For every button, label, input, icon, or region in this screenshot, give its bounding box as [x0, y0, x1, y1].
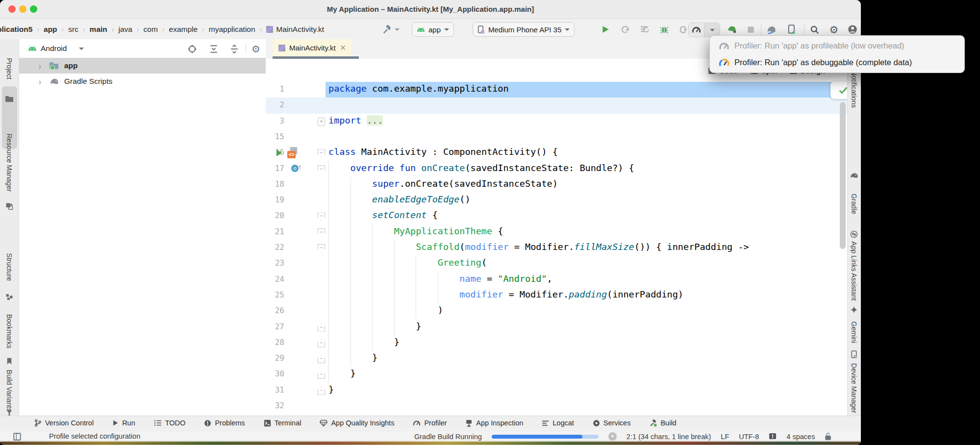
fold-marker-icon[interactable]: −	[318, 387, 325, 395]
fold-marker-icon[interactable]: −	[318, 165, 325, 173]
project-view-selector[interactable]: Android	[41, 44, 67, 53]
indent-setting[interactable]: 4 spaces	[786, 433, 815, 441]
stripe-item-structure[interactable]: Structure	[5, 253, 13, 281]
fold-marker-icon[interactable]: −	[318, 371, 325, 379]
toolwindow-logcat[interactable]: Logcat	[542, 419, 574, 427]
stripe-item-device-manager[interactable]: Device Manager	[850, 363, 858, 413]
toolwindow-app-quality-insights[interactable]: App Quality Insights	[320, 419, 394, 427]
toolwindow-label: Logcat	[553, 419, 574, 427]
editor-scrollbar-thumb[interactable]	[840, 102, 846, 249]
breadcrumb-item[interactable]: MainActivity.kt	[276, 25, 324, 34]
debug-button[interactable]	[658, 23, 671, 36]
run-class-gutter-icon[interactable]	[276, 149, 282, 156]
layout-widget-icon[interactable]	[13, 432, 22, 441]
code-text: }	[328, 337, 400, 347]
notifications-indicator-icon[interactable]	[769, 433, 777, 441]
project-panel-header: Android ⚙	[19, 39, 266, 58]
code-line: 21− MyApplicationTheme {	[266, 224, 847, 241]
profiler-menu-item[interactable]: Profiler: Run 'app' as profileable (low …	[715, 38, 963, 54]
device-selector[interactable]: Medium Phone API 35	[473, 22, 575, 37]
breadcrumb-item[interactable]: main	[90, 25, 107, 34]
toolwindow-app-inspection[interactable]: App Inspection	[465, 419, 523, 427]
profiler-button[interactable]	[689, 23, 704, 37]
build-dropdown-icon[interactable]	[393, 23, 401, 36]
breadcrumb-item[interactable]: java	[118, 25, 132, 34]
toolwindow-build[interactable]: Build	[649, 419, 676, 427]
device-manager-icon[interactable]	[785, 23, 798, 36]
tree-item-app[interactable]: ›app	[19, 58, 266, 74]
stripe-item-resource-manager[interactable]: Resource Manager	[5, 133, 13, 192]
toolwindow-todo[interactable]: TODO	[154, 419, 186, 427]
fold-marker-icon[interactable]: −	[318, 149, 325, 157]
settings-gear-icon[interactable]: ⚙	[828, 23, 840, 36]
stripe-item-project[interactable]: Project	[5, 58, 13, 79]
fold-marker-icon[interactable]: −	[318, 323, 325, 332]
account-avatar-icon[interactable]	[846, 23, 859, 36]
file-encoding[interactable]: UTF-8	[739, 433, 759, 441]
code-editor[interactable]: 1package com.example.myapplication23+imp…	[266, 59, 847, 416]
collapse-all-icon[interactable]	[229, 44, 240, 54]
breadcrumb-separator-icon: ›	[62, 25, 64, 33]
search-icon[interactable]	[808, 23, 821, 36]
run-button[interactable]	[599, 23, 612, 36]
attach-debugger-icon[interactable]	[677, 23, 689, 36]
apply-changes-restart-icon[interactable]: A	[619, 23, 631, 36]
breadcrumb-item[interactable]: app	[44, 25, 57, 34]
stripe-item-app-links-assistant[interactable]: App Links Assistant	[850, 241, 858, 300]
locate-file-icon[interactable]	[187, 44, 198, 54]
panel-settings-gear-icon[interactable]: ⚙	[251, 44, 261, 54]
fold-marker-icon[interactable]: +	[318, 118, 325, 126]
stripe-item-bookmarks[interactable]: Bookmarks	[5, 314, 13, 348]
tool-window-bar: Version ControlRunTODOProblemsTerminalAp…	[0, 416, 861, 430]
caret-position[interactable]: 2:1 (34 chars, 1 line break)	[627, 433, 711, 441]
toolwindow-run[interactable]: Run	[112, 419, 135, 427]
fold-marker-icon[interactable]: −	[318, 228, 325, 237]
profiler-dropdown-button[interactable]	[704, 23, 720, 37]
cancel-build-icon[interactable]: ✕	[608, 432, 617, 441]
stop-button[interactable]	[744, 23, 757, 36]
project-view-dropdown-icon[interactable]	[79, 48, 84, 50]
overrides-method-gutter-icon[interactable]: o↑	[291, 164, 302, 173]
inspections-widget[interactable]	[830, 81, 847, 99]
close-tab-icon[interactable]: ✕	[340, 43, 346, 52]
apply-changes-icon[interactable]	[726, 23, 738, 36]
logcat-icon	[542, 420, 549, 426]
tree-item-gradle-scripts[interactable]: ›Gradle Scripts	[19, 74, 266, 89]
toolwindow-profiler[interactable]: Profiler	[413, 419, 447, 427]
breadcrumb-item[interactable]: example	[169, 25, 198, 34]
chevron-right-icon[interactable]: ›	[39, 61, 41, 71]
toolwindow-version-control[interactable]: Version Control	[34, 419, 94, 427]
toolwindow-services[interactable]: Services	[593, 419, 631, 427]
lock-icon[interactable]	[825, 432, 831, 441]
toolwindow-label: Problems	[215, 419, 245, 427]
breadcrumb-item[interactable]: com	[144, 25, 158, 34]
compose-preview-gutter-icon[interactable]: <>	[287, 147, 299, 159]
gauge-icon	[413, 420, 421, 426]
code-line: 29− }	[266, 351, 847, 367]
profiler-menu-item[interactable]: Profiler: Run 'app' as debuggable (compl…	[715, 54, 963, 71]
breadcrumb-item[interactable]: myapplication	[209, 25, 255, 34]
chevron-right-icon[interactable]: ›	[39, 76, 41, 86]
fold-marker-icon[interactable]: −	[318, 355, 325, 363]
tab-mainactivity[interactable]: MainActivity.kt ✕	[273, 39, 352, 56]
breadcrumb-item[interactable]: src	[68, 25, 78, 34]
code-text: super.onCreate(savedInstanceState)	[328, 178, 558, 189]
expand-all-icon[interactable]	[208, 44, 219, 54]
stripe-item-gemini[interactable]: Gemini	[850, 321, 858, 343]
android-icon	[417, 27, 425, 32]
gradle-sync-icon[interactable]	[765, 23, 778, 36]
apply-code-changes-icon[interactable]	[638, 23, 651, 36]
stripe-item-gradle[interactable]: Gradle	[850, 194, 858, 214]
stripe-item-notifications[interactable]: Notifications	[850, 71, 858, 108]
run-configuration-label: app	[428, 25, 441, 34]
breadcrumb-item[interactable]: plication5	[0, 25, 32, 34]
line-separator[interactable]: LF	[721, 433, 729, 441]
stripe-item-build-variants[interactable]: Build Variants	[5, 370, 13, 411]
toolwindow-terminal[interactable]: Terminal	[264, 419, 302, 427]
fold-marker-icon[interactable]: −	[318, 339, 325, 347]
fold-marker-icon[interactable]: −	[318, 244, 325, 252]
toolwindow-problems[interactable]: Problems	[204, 419, 245, 427]
run-configuration-selector[interactable]: app	[412, 22, 454, 37]
build-hammer-icon[interactable]	[380, 23, 393, 36]
fold-marker-icon[interactable]: −	[318, 212, 325, 221]
